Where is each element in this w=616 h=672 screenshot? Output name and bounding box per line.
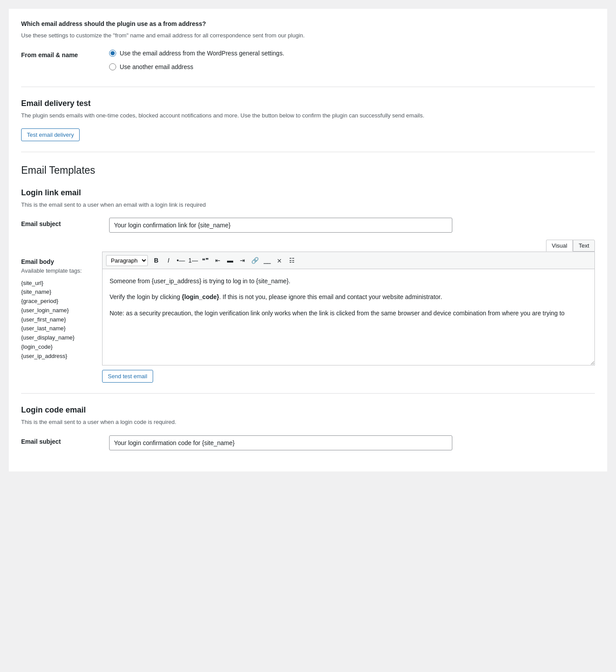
unordered-list-button[interactable]: •— <box>175 255 187 266</box>
delivery-test-description: The plugin sends emails with one-time co… <box>21 111 595 120</box>
delivery-test-section: Email delivery test The plugin sends ema… <box>21 98 595 142</box>
login-code-email-description: This is the email sent to a user when a … <box>21 418 595 427</box>
email-subject-label: Email subject <box>21 218 109 229</box>
from-email-controls: Use the email address from the WordPress… <box>109 49 595 76</box>
radio-label-2: Use another email address <box>120 62 193 72</box>
body-paragraph-2: Verify the login by clicking {login_code… <box>110 292 587 302</box>
tag-login-code: {login_code} <box>21 343 92 352</box>
login-code-subject-controls <box>109 435 595 450</box>
align-center-button[interactable]: ▬ <box>224 255 236 266</box>
italic-button[interactable]: I <box>163 255 174 266</box>
email-templates-section: Email Templates Login link email This is… <box>21 163 595 450</box>
delivery-test-title: Email delivery test <box>21 98 595 110</box>
fullscreen-button[interactable]: ⨯ <box>274 255 285 266</box>
available-tags-label: Available template tags: <box>21 267 92 275</box>
from-email-section: Which email address should the plugin us… <box>21 19 595 76</box>
login-code-subject-row: Email subject <box>21 435 595 450</box>
from-email-description: Use these settings to customize the "fro… <box>21 31 595 40</box>
radio-option-1[interactable]: Use the email address from the WordPress… <box>109 49 595 58</box>
align-left-button[interactable]: ⇤ <box>212 255 224 266</box>
tag-site-url: {site_url} <box>21 279 92 288</box>
tag-user-first-name: {user_first_name} <box>21 315 92 325</box>
bold-button[interactable]: B <box>150 255 162 266</box>
from-email-label: From email & name <box>21 49 109 60</box>
body-label: Email body <box>21 257 92 267</box>
send-test-email-button[interactable]: Send test email <box>102 370 153 383</box>
tag-grace-period: {grace_period} <box>21 297 92 306</box>
tag-site-name: {site_name} <box>21 288 92 297</box>
email-templates-title: Email Templates <box>21 163 595 178</box>
send-test-wrapper: Send test email <box>102 370 595 383</box>
login-code-subject-input[interactable] <box>109 435 452 450</box>
blockquote-button[interactable]: ❝❞ <box>200 255 211 266</box>
hr-button[interactable]: ⎯⎯ <box>261 255 273 266</box>
ordered-list-button[interactable]: 1— <box>187 255 199 266</box>
tags-list: {site_url} {site_name} {grace_period} {u… <box>21 279 92 361</box>
email-subject-row: Email subject <box>21 218 595 233</box>
tab-visual[interactable]: Visual <box>546 240 573 252</box>
align-right-button[interactable]: ⇥ <box>237 255 248 266</box>
editor-tabs: Visual Text <box>102 240 595 252</box>
email-subject-input[interactable] <box>109 218 452 233</box>
radio-label-1: Use the email address from the WordPress… <box>120 49 284 58</box>
tag-user-last-name: {user_last_name} <box>21 324 92 333</box>
editor-toolbar: Paragraph B I •— 1— ❝❞ ⇤ ▬ ⇥ 🔗 ⎯⎯ <box>102 252 595 269</box>
link-button[interactable]: 🔗 <box>249 255 260 266</box>
from-email-form-row: From email & name Use the email address … <box>21 49 595 76</box>
login-code-email-section: Login code email This is the email sent … <box>21 404 595 450</box>
login-link-email-section: Login link email This is the email sent … <box>21 187 595 383</box>
table-button[interactable]: ☷ <box>286 255 297 266</box>
body-paragraph-3: Note: as a security precaution, the logi… <box>110 308 587 318</box>
test-email-delivery-button[interactable]: Test email delivery <box>21 128 80 141</box>
login-link-email-title: Login link email <box>21 187 595 199</box>
login-code-subject-label: Email subject <box>21 435 109 446</box>
email-subject-controls <box>109 218 595 233</box>
radio-wp-general[interactable] <box>109 50 116 57</box>
editor-wrapper: Visual Text Paragraph B I •— 1— <box>102 240 595 383</box>
paragraph-select[interactable]: Paragraph <box>106 255 148 266</box>
divider-2 <box>21 152 595 152</box>
divider-3 <box>21 393 595 394</box>
editor-body[interactable]: Someone from {user_ip_address} is trying… <box>102 269 595 365</box>
tag-user-ip-address: {user_ip_address} <box>21 352 92 361</box>
login-link-email-description: This is the email sent to a user when an… <box>21 201 595 209</box>
template-tags-panel: Email body Available template tags: {sit… <box>21 240 92 361</box>
login-code-bold: {login_code} <box>182 293 219 300</box>
radio-another-email[interactable] <box>109 63 116 70</box>
divider-1 <box>21 87 595 87</box>
radio-option-2[interactable]: Use another email address <box>109 62 595 72</box>
tag-user-display-name: {user_display_name} <box>21 333 92 343</box>
tab-text[interactable]: Text <box>573 240 595 252</box>
email-body-section: Email body Available template tags: {sit… <box>21 240 595 383</box>
login-code-email-title: Login code email <box>21 404 595 416</box>
from-email-title: Which email address should the plugin us… <box>21 19 595 29</box>
tag-user-login-name: {user_login_name} <box>21 306 92 315</box>
body-paragraph-1: Someone from {user_ip_address} is trying… <box>110 276 587 286</box>
